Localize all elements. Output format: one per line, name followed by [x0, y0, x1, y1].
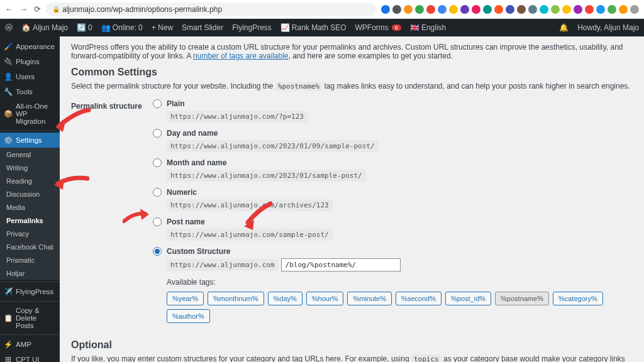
url-base: https://www.aljunmajo.com: [167, 259, 279, 271]
sidebar-item[interactable]: ✈️FlyingPress: [0, 284, 60, 299]
available-tag-button[interactable]: %author%: [167, 309, 210, 323]
available-tag-button[interactable]: %category%: [553, 292, 603, 305]
available-tag-button[interactable]: %second%: [396, 292, 441, 305]
permalink-radio[interactable]: [153, 99, 162, 108]
sidebar-item[interactable]: ⚡AMP: [0, 337, 60, 352]
browser-chrome: ← → ⟳ 🔒 aljunmajo.com/wp-admin/options-p…: [0, 0, 644, 19]
permalink-radio[interactable]: [153, 217, 162, 226]
permalink-radio-label: Day and name: [167, 129, 218, 138]
wp-sidebar: 🖌️Appearance🔌Plugins👤Users🔧Tools📦All-in-…: [0, 36, 60, 362]
sidebar-settings[interactable]: ⚙️ Settings: [0, 133, 60, 148]
online[interactable]: 👥 Online: 0: [101, 23, 143, 32]
custom-structure-radio[interactable]: [153, 247, 162, 256]
permalink-radio-label: Plain: [167, 99, 185, 108]
menu-icon: 🖌️: [4, 42, 12, 51]
optional-heading: Optional: [71, 339, 633, 351]
permalink-example: https://www.aljunmajo.com/sample-post/: [167, 229, 333, 241]
permalink-structure-label: Permalink structure: [71, 99, 153, 323]
site-title[interactable]: 🏠 Aljun Majo: [21, 23, 68, 32]
sidebar-item[interactable]: 📋Copy & Delete Posts: [0, 304, 60, 332]
url-text: aljunmajo.com/wp-admin/options-permalink…: [62, 5, 222, 14]
sidebar-submenu-item[interactable]: Privacy: [0, 227, 60, 240]
wp-admin-bar: ⓦ 🏠 Aljun Majo 🔄 0 👥 Online: 0 + New Sma…: [0, 19, 644, 36]
sidebar-submenu-item[interactable]: General: [0, 148, 60, 161]
sidebar-settings-submenu: GeneralWritingReadingDiscussionMediaPerm…: [0, 148, 60, 280]
howdy[interactable]: Howdy, Aljun Majo: [577, 23, 639, 32]
new-content[interactable]: + New: [152, 23, 173, 32]
menu-icon: ⊞: [4, 355, 12, 362]
gear-icon: ⚙️: [4, 136, 12, 145]
rankmath[interactable]: 📈 Rank Math SEO: [280, 23, 347, 32]
sidebar-submenu-item[interactable]: Writing: [0, 161, 60, 174]
wp-logo[interactable]: ⓦ: [5, 23, 13, 33]
sidebar-submenu-item[interactable]: Media: [0, 200, 60, 214]
sidebar-item[interactable]: 🖌️Appearance: [0, 39, 60, 54]
permalink-example: https://www.aljunmajo.com/?p=123: [167, 111, 308, 123]
wpforms[interactable]: WPForms6: [355, 23, 401, 32]
available-tag-button[interactable]: %year%: [167, 292, 204, 305]
permalink-example: https://www.aljunmajo.com/2023/01/09/sam…: [167, 140, 379, 152]
main-content: WordPress offers you the ability to crea…: [60, 36, 644, 362]
menu-icon: 👤: [4, 72, 12, 81]
sidebar-item[interactable]: ⊞CPT UI: [0, 352, 60, 362]
common-settings-desc: Select the permalink structure for your …: [71, 82, 633, 90]
extension-icons: [381, 5, 639, 14]
custom-structure-label: Custom Structure: [167, 247, 230, 256]
sidebar-item[interactable]: 🔌Plugins: [0, 54, 60, 69]
custom-structure-input[interactable]: [281, 258, 401, 272]
sidebar-settings-label: Settings: [16, 136, 42, 144]
available-tag-button[interactable]: %minute%: [347, 292, 392, 305]
sidebar-submenu-item[interactable]: Facebook Chat: [0, 240, 60, 253]
sidebar-submenu-item[interactable]: Permalinks: [0, 214, 60, 227]
menu-icon: 🔌: [4, 57, 12, 66]
reload-icon[interactable]: ⟳: [34, 4, 41, 14]
lock-icon: 🔒: [52, 6, 60, 13]
permalink-radio[interactable]: [153, 129, 162, 138]
sidebar-item[interactable]: 🔧Tools: [0, 84, 60, 99]
updates[interactable]: 🔄 0: [77, 23, 92, 32]
permalink-radio[interactable]: [153, 158, 162, 167]
menu-icon: 📦: [4, 109, 12, 118]
tags-link[interactable]: number of tags are available: [193, 52, 288, 60]
available-tags-label: Available tags:: [167, 278, 633, 287]
menu-icon: 🔧: [4, 87, 12, 96]
available-tag-button[interactable]: %hour%: [306, 292, 344, 305]
sidebar-item[interactable]: 📦All-in-One WP Migration: [0, 99, 60, 128]
forward-icon[interactable]: →: [19, 4, 28, 14]
permalink-example: https://www.aljunmajo.com/archives/123: [167, 199, 333, 211]
sidebar-submenu-item[interactable]: Discussion: [0, 187, 60, 200]
intro-text: WordPress offers you the ability to crea…: [71, 43, 633, 60]
available-tag-button[interactable]: %postname%: [495, 292, 549, 305]
common-settings-heading: Common Settings: [71, 67, 633, 78]
available-tag-button[interactable]: %post_id%: [445, 292, 491, 305]
sidebar-item[interactable]: 👤Users: [0, 69, 60, 84]
permalink-radio-label: Numeric: [167, 188, 197, 197]
language[interactable]: 🇬🇧 English: [410, 23, 446, 32]
menu-icon: ✈️: [4, 287, 12, 296]
menu-icon: ⚡: [4, 340, 12, 349]
smartslider[interactable]: Smart Slider: [182, 23, 223, 32]
menu-icon: 📋: [4, 314, 12, 322]
permalink-radio[interactable]: [153, 188, 162, 197]
permalink-radio-label: Month and name: [167, 158, 226, 167]
permalink-example: https://www.aljunmajo.com/2023/01/sample…: [167, 170, 366, 182]
sidebar-submenu-item[interactable]: Reading: [0, 174, 60, 187]
sidebar-submenu-item[interactable]: Prismatic: [0, 253, 60, 266]
notification-icon[interactable]: 🔔: [559, 23, 569, 32]
back-icon[interactable]: ←: [5, 4, 13, 14]
permalink-radio-label: Post name: [167, 217, 205, 226]
flyingpress[interactable]: FlyingPress: [232, 23, 272, 32]
address-bar[interactable]: 🔒 aljunmajo.com/wp-admin/options-permali…: [46, 3, 376, 16]
available-tag-button[interactable]: %day%: [268, 292, 303, 305]
optional-desc: If you like, you may enter custom struct…: [71, 354, 633, 362]
available-tag-button[interactable]: %monthnum%: [208, 292, 264, 305]
sidebar-submenu-item[interactable]: Hotjar: [0, 266, 60, 280]
